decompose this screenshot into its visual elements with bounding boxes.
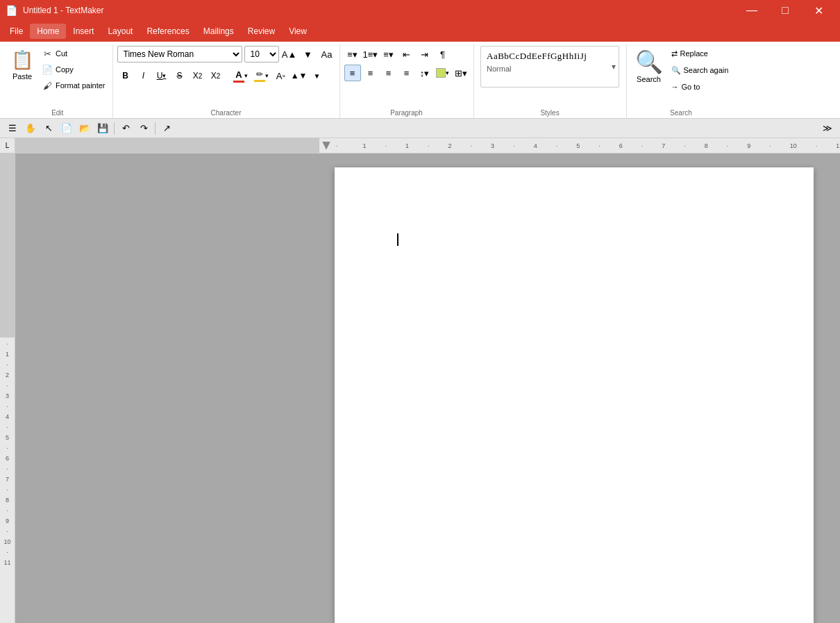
font-size-select[interactable]: 10 11 12 14: [244, 46, 279, 63]
ribbon-group-search: 🔍 Search ⇄ Replace 🔍 Search again → Go t…: [627, 44, 736, 118]
v-ruler-numbers: · 1 · 2 · 3 · 4 · 5 · 6 · 7 · 8 · 9 · 10…: [0, 338, 15, 568]
highlight-button[interactable]: ✏ ▾: [252, 67, 271, 84]
ruler-left-margin: [15, 138, 333, 153]
borders-button[interactable]: ⊞▾: [453, 65, 469, 81]
quick-access-toolbar: ☰ ✋ ↖ 📄 📂 💾 ↶ ↷ ↗ ≫: [0, 119, 840, 138]
replace-button[interactable]: ⇄ Replace: [669, 46, 732, 61]
format-row: B I U ▾ S X2 X2 A ▾ ✏: [117, 67, 326, 84]
menu-layout[interactable]: Layout: [101, 24, 140, 39]
qa-redo-button[interactable]: ↷: [135, 121, 152, 136]
qa-undo-button[interactable]: ↶: [117, 121, 134, 136]
search-group-content: 🔍 Search ⇄ Replace 🔍 Search again → Go t…: [631, 46, 732, 117]
menu-references[interactable]: References: [140, 24, 196, 39]
qa-open-button[interactable]: 📂: [76, 121, 93, 136]
maximize-button[interactable]: □: [769, 0, 801, 21]
edit-group-label: Edit: [3, 109, 112, 117]
window-title: Untitled 1 - TextMaker: [23, 6, 730, 15]
right-gutter: [814, 167, 840, 617]
justify-button[interactable]: ≡: [398, 65, 415, 81]
edit-group-content: 📋 Paste ✂ Cut 📄 Copy 🖌 Format painter: [7, 46, 108, 117]
paragraph-marks-button[interactable]: ¶: [435, 46, 451, 63]
grow-shrink-button[interactable]: ▲▼: [291, 67, 308, 84]
search-small-buttons: ⇄ Replace 🔍 Search again → Go to: [669, 46, 732, 106]
font-name-select[interactable]: Times New Roman Arial Calibri: [117, 46, 242, 63]
main-area: · 1 · 2 · 3 · 4 · 5 · 6 · 7 · 8 · 9 · 10…: [0, 153, 840, 623]
copy-label: Copy: [56, 65, 74, 74]
bullet-list-button[interactable]: ≡▾: [344, 46, 361, 63]
goto-label: Go to: [682, 83, 700, 91]
styles-preview-text: AaBbCcDdEeFfGgHhIiJj: [487, 51, 613, 62]
copy-button[interactable]: 📄 Copy: [39, 62, 108, 77]
outline-list-button[interactable]: ≡▾: [380, 46, 397, 63]
qa-cursor-button[interactable]: ↖: [40, 121, 57, 136]
menu-mailings[interactable]: Mailings: [196, 24, 241, 39]
shrink-font-button[interactable]: ▼: [300, 46, 317, 63]
menu-view[interactable]: View: [282, 24, 314, 39]
align-right-button[interactable]: ≡: [380, 65, 397, 81]
paste-button[interactable]: 📋 Paste: [7, 46, 37, 83]
goto-button[interactable]: → Go to: [669, 79, 732, 94]
search-again-icon: 🔍: [671, 66, 681, 75]
bold-button[interactable]: B: [117, 67, 134, 84]
menu-bar: File Home Insert Layout References Maili…: [0, 21, 840, 42]
qa-expand-button[interactable]: ≫: [819, 121, 836, 136]
qa-separator-1: [114, 122, 115, 135]
goto-icon: →: [671, 83, 679, 91]
subscript-button[interactable]: X2: [190, 67, 206, 84]
line-spacing-button[interactable]: ↕▾: [417, 65, 433, 81]
close-button[interactable]: ✕: [803, 0, 834, 21]
ribbon-group-styles: AaBbCcDdEeFfGgHhIiJj Normal ▾ Styles: [474, 44, 627, 118]
ribbon-group-character: Times New Roman Arial Calibri 10 11 12 1…: [113, 44, 340, 118]
cut-button[interactable]: ✂ Cut: [39, 46, 108, 61]
menu-file[interactable]: File: [3, 24, 30, 39]
italic-button[interactable]: I: [135, 67, 152, 84]
align-left-button[interactable]: ≡: [344, 65, 361, 81]
paragraph-group-content: ≡▾ 1≡▾ ≡▾ ⇤ ⇥ ¶ ≡ ≡ ≡ ≡ ↕▾ ▾ ⊞▾: [344, 46, 469, 117]
copy-icon: 📄: [42, 64, 53, 75]
numbered-list-button[interactable]: 1≡▾: [362, 46, 379, 63]
qa-hand-button[interactable]: ✋: [22, 121, 39, 136]
qa-new-button[interactable]: 📄: [58, 121, 75, 136]
align-center-button[interactable]: ≡: [362, 65, 379, 81]
format-painter-button[interactable]: 🖌 Format painter: [39, 78, 108, 93]
styles-group-content: AaBbCcDdEeFfGgHhIiJj Normal ▾: [480, 46, 619, 117]
paste-icon: 📋: [11, 49, 33, 71]
underline-button[interactable]: U ▾: [153, 67, 170, 84]
grow-font-button[interactable]: A▲: [281, 46, 298, 63]
qa-pointer-button[interactable]: ↗: [158, 121, 175, 136]
menu-insert[interactable]: Insert: [66, 24, 101, 39]
font-color-button[interactable]: A ▾: [231, 67, 251, 84]
styles-dropdown-arrow: ▾: [612, 62, 616, 72]
qa-save-button[interactable]: 💾: [94, 121, 111, 136]
replace-label: Replace: [680, 49, 708, 58]
ruler-corner[interactable]: L: [0, 138, 15, 153]
title-bar: 📄 Untitled 1 - TextMaker — □ ✕: [0, 0, 840, 21]
search-again-button[interactable]: 🔍 Search again: [669, 63, 732, 78]
styles-preview[interactable]: AaBbCcDdEeFfGgHhIiJj Normal ▾: [480, 46, 619, 88]
qa-menu-button[interactable]: ☰: [4, 121, 21, 136]
search-button[interactable]: 🔍 Search: [631, 46, 667, 86]
change-case-button[interactable]: Aa: [319, 46, 335, 63]
document-page[interactable]: [335, 167, 814, 623]
clear-format-button[interactable]: A×: [273, 67, 289, 84]
app-icon: 📄: [6, 5, 17, 16]
paragraph-group-label: Paragraph: [340, 109, 473, 117]
strikethrough-button[interactable]: S: [171, 67, 188, 84]
menu-home[interactable]: Home: [30, 24, 66, 39]
left-gutter: [15, 167, 335, 617]
menu-review[interactable]: Review: [241, 24, 282, 39]
minimize-button[interactable]: —: [736, 0, 768, 21]
format-painter-label: Format painter: [56, 81, 106, 90]
search-again-label: Search again: [684, 66, 729, 74]
styles-group-label: Styles: [474, 109, 626, 117]
character-group-label: Character: [113, 109, 339, 117]
shrink-text-button[interactable]: ▼: [309, 67, 326, 84]
superscript-button[interactable]: X2: [208, 67, 224, 84]
ribbon-group-edit: 📋 Paste ✂ Cut 📄 Copy 🖌 Format painter: [3, 44, 113, 118]
increase-indent-button[interactable]: ⇥: [417, 46, 433, 63]
document-area[interactable]: [15, 153, 840, 623]
replace-icon: ⇄: [671, 49, 678, 58]
decrease-indent-button[interactable]: ⇤: [398, 46, 415, 63]
shading-button[interactable]: ▾: [435, 65, 451, 81]
search-label: Search: [637, 75, 661, 83]
